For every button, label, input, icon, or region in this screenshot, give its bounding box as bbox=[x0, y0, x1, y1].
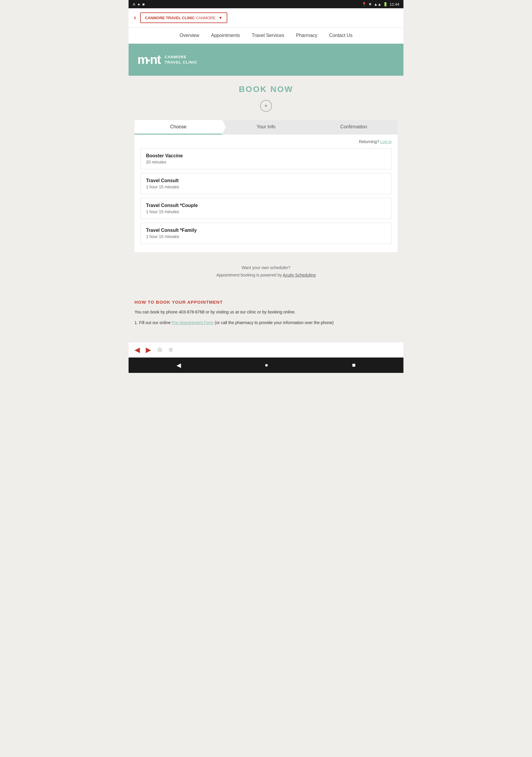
appointment-booster-vaccine[interactable]: Booster Vaccine 20 minutes bbox=[140, 148, 392, 169]
hero-logo: mnt CANMORE TRAVEL CLINIC bbox=[137, 53, 197, 67]
log-in-link[interactable]: Log in bbox=[380, 139, 392, 144]
nav-contact-us[interactable]: Contact Us bbox=[329, 33, 353, 38]
appt-booster-title: Booster Vaccine bbox=[146, 153, 386, 159]
browser-back-button[interactable]: ◀ bbox=[134, 346, 140, 354]
appt-family-duration: 1 hour 15 minutes bbox=[146, 234, 386, 239]
footer-line2: Appointment booking is powered by Acuity… bbox=[134, 271, 398, 279]
bookmark-button[interactable]: ☆ bbox=[157, 346, 163, 354]
status-icon-a: A bbox=[133, 2, 135, 7]
appointment-travel-consult[interactable]: Travel Consult 1 hour 15 minutes bbox=[140, 173, 392, 194]
logo-clinic-name: CANMORE TRAVEL CLINIC bbox=[164, 54, 197, 65]
returning-text: Returning? bbox=[359, 139, 379, 144]
add-button[interactable]: + bbox=[260, 100, 272, 112]
appt-family-title: Travel Consult *Family bbox=[146, 228, 386, 233]
step-your-info[interactable]: Your Info bbox=[222, 120, 310, 135]
status-left-icons: A ● ■ bbox=[133, 2, 144, 7]
nav-travel-services[interactable]: Travel Services bbox=[252, 33, 284, 38]
booking-panel: Returning? Log in Booster Vaccine 20 min… bbox=[134, 135, 398, 252]
clock: 11:44 bbox=[390, 2, 399, 7]
status-icon-square: ■ bbox=[142, 2, 145, 7]
system-home-button[interactable]: ● bbox=[265, 362, 268, 369]
step-confirmation[interactable]: Confirmation bbox=[310, 120, 398, 135]
nav-appointments[interactable]: Appointments bbox=[211, 33, 240, 38]
system-back-button[interactable]: ◀ bbox=[176, 362, 181, 369]
appt-travel-duration: 1 hour 15 minutes bbox=[146, 185, 386, 189]
appointment-travel-consult-couple[interactable]: Travel Consult *Couple 1 hour 15 minutes bbox=[140, 198, 392, 219]
browser-forward-button[interactable]: ▶ bbox=[146, 346, 151, 354]
how-to-book-section: HOW TO BOOK YOUR APPOINTMENT You can boo… bbox=[129, 294, 403, 342]
nav-pharmacy[interactable]: Pharmacy bbox=[296, 33, 317, 38]
returning-row: Returning? Log in bbox=[140, 139, 392, 144]
appt-couple-title: Travel Consult *Couple bbox=[146, 203, 386, 208]
back-button[interactable]: ‹ bbox=[134, 14, 136, 21]
acuity-link[interactable]: Acuity Scheduling bbox=[283, 273, 316, 277]
appointment-travel-consult-family[interactable]: Travel Consult *Family 1 hour 15 minutes bbox=[140, 223, 392, 244]
footer-line1: Want your own scheduler? bbox=[134, 264, 398, 271]
appt-travel-title: Travel Consult bbox=[146, 178, 386, 183]
location-icon: 📍 bbox=[362, 2, 367, 7]
dropdown-arrow-icon: ▼ bbox=[219, 15, 222, 20]
appt-booster-duration: 20 minutes bbox=[146, 160, 386, 165]
how-to-book-title: HOW TO BOOK YOUR APPOINTMENT bbox=[134, 300, 398, 305]
menu-button[interactable]: ≡ bbox=[169, 346, 173, 354]
status-right-icons: 📍 ▼ ▲▲ 🔋 11:44 bbox=[362, 2, 399, 7]
system-nav: ◀ ● ■ bbox=[129, 357, 403, 373]
top-bar: ‹ CANMORE TRAVEL CLINIC CANMORE ▼ bbox=[129, 8, 403, 27]
nav-overview[interactable]: Overview bbox=[179, 33, 199, 38]
status-bar: A ● ■ 📍 ▼ ▲▲ 🔋 11:44 bbox=[129, 0, 403, 8]
bottom-toolbar: ◀ ▶ ☆ ≡ bbox=[129, 342, 403, 357]
wifi-icon: ▼ bbox=[368, 2, 372, 7]
logo-mint-text: mnt bbox=[137, 53, 161, 67]
nav-bar: Overview Appointments Travel Services Ph… bbox=[129, 27, 403, 44]
hero-banner: mnt CANMORE TRAVEL CLINIC bbox=[129, 44, 403, 76]
clinic-selector[interactable]: CANMORE TRAVEL CLINIC CANMORE ▼ bbox=[140, 13, 227, 23]
how-to-book-step1: 1. Fill out our online Pre-Appointment F… bbox=[134, 319, 398, 326]
how-to-book-paragraph1: You can book by phone 403-678-6768 or by… bbox=[134, 309, 398, 316]
book-now-title: BOOK NOW bbox=[134, 85, 398, 94]
battery-icon: 🔋 bbox=[383, 2, 388, 7]
system-recents-button[interactable]: ■ bbox=[352, 362, 356, 369]
steps-container: Choose Your Info Confirmation bbox=[134, 120, 398, 135]
step-choose[interactable]: Choose bbox=[134, 120, 222, 135]
pre-appointment-form-link[interactable]: Pre-Appointment Form bbox=[172, 320, 214, 325]
clinic-name: CANMORE TRAVEL CLINIC CANMORE bbox=[145, 16, 216, 20]
main-content: BOOK NOW + Choose Your Info Confirmation… bbox=[129, 76, 403, 294]
status-icon-circle: ● bbox=[138, 2, 140, 7]
appt-couple-duration: 1 hour 15 minutes bbox=[146, 209, 386, 214]
footer-info: Want your own scheduler? Appointment boo… bbox=[134, 264, 398, 279]
signal-icon: ▲▲ bbox=[374, 2, 382, 7]
